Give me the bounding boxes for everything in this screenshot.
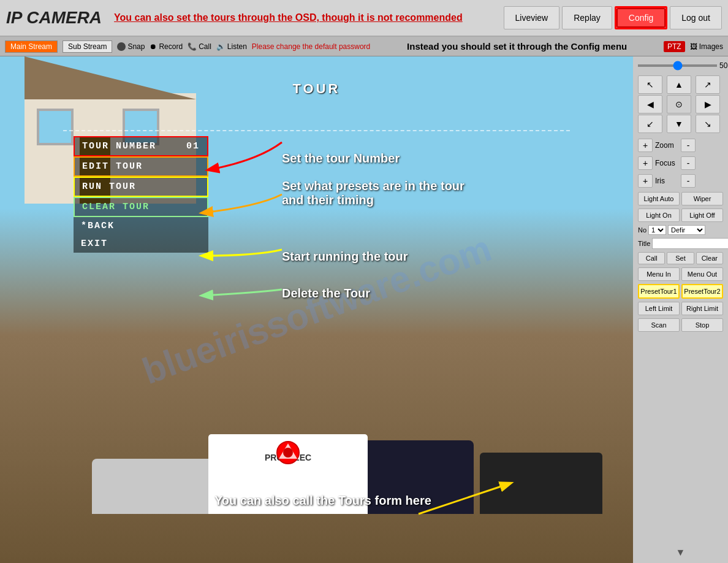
- slider-value: 50: [719, 61, 728, 70]
- snap-icon: [117, 42, 126, 51]
- ptz-right-button[interactable]: ▶: [696, 95, 720, 113]
- ptz-label[interactable]: PTZ: [664, 41, 685, 52]
- scene-window: [37, 109, 74, 145]
- light-on-button[interactable]: Light On: [638, 209, 680, 222]
- scan-stop-row: Scan Stop: [638, 318, 723, 332]
- stop-button[interactable]: Stop: [681, 318, 723, 332]
- listen-icon: 🔊: [216, 42, 226, 51]
- preset-tour1-button[interactable]: PresetTour1: [638, 284, 680, 299]
- zoom-plus-button[interactable]: +: [638, 139, 653, 152]
- config-button-wrapper: Config: [615, 6, 667, 29]
- ptz-left-button[interactable]: ◀: [638, 95, 662, 113]
- main-content: PROTELEC blueirissoftware.com TOUR: [0, 56, 728, 563]
- ptz-down-left-button[interactable]: ↙: [638, 115, 662, 133]
- menu-out-button[interactable]: Menu Out: [681, 267, 723, 281]
- ptz-down-button[interactable]: ▼: [667, 115, 691, 133]
- ptz-up-button[interactable]: ▲: [667, 75, 691, 94]
- iris-label: Iris: [655, 177, 678, 185]
- replay-button[interactable]: Replay: [562, 6, 612, 29]
- preset-no-label: No: [638, 226, 646, 234]
- title-row: Title: [638, 238, 723, 249]
- nav-buttons: Liveview Replay Config Log out: [504, 6, 722, 29]
- iris-row: + Iris -: [638, 174, 723, 188]
- record-icon: ⏺: [150, 42, 157, 51]
- left-limit-button[interactable]: Left Limit: [638, 302, 680, 315]
- alert-message: Please change the default password: [252, 42, 370, 51]
- title-input[interactable]: [652, 238, 728, 249]
- ptz-directional-pad: ↖ ▲ ↗ ◀ ⊙ ▶ ↙ ▼ ↘: [638, 75, 723, 133]
- scene-door: [80, 136, 110, 204]
- ptz-down-right-button[interactable]: ↘: [696, 115, 720, 133]
- preset-tour2-button[interactable]: PresetTour2: [681, 284, 723, 299]
- preset-select-row: No 123 DefirOption2: [638, 225, 723, 235]
- logout-button[interactable]: Log out: [670, 6, 722, 29]
- zoom-minus-button[interactable]: -: [681, 139, 696, 152]
- brightness-slider[interactable]: [638, 64, 717, 67]
- defir-select[interactable]: DefirOption2: [668, 225, 705, 235]
- zoom-label: Zoom: [655, 141, 678, 150]
- limit-row: Left Limit Right Limit: [638, 302, 723, 315]
- scene-window2: [123, 109, 159, 145]
- config-button[interactable]: Config: [616, 8, 665, 28]
- camera-background: PROTELEC: [0, 56, 633, 563]
- focus-row: + Focus -: [638, 156, 723, 170]
- header: IP CAMERA You can also set the tours thr…: [0, 0, 728, 37]
- scroll-down-arrow[interactable]: ▼: [676, 547, 686, 558]
- images-button[interactable]: 🖼 Images: [690, 42, 723, 51]
- toolbar: Main Stream Sub Stream Snap ⏺ Record 📞 C…: [0, 37, 728, 56]
- light-off-button[interactable]: Light Off: [681, 209, 723, 222]
- right-limit-button[interactable]: Right Limit: [681, 302, 723, 315]
- listen-button[interactable]: 🔊 Listen: [216, 42, 247, 51]
- focus-plus-button[interactable]: +: [638, 156, 653, 170]
- ptz-panel: 50 ↖ ▲ ↗ ◀ ⊙ ▶ ↙ ▼ ↘ + Zoom - + Focus -: [633, 56, 728, 563]
- preset-no-select[interactable]: 123: [648, 225, 666, 235]
- camera-view: PROTELEC blueirissoftware.com TOUR: [0, 56, 633, 563]
- scene-roof: [25, 56, 196, 99]
- title-label: Title: [638, 240, 650, 247]
- liveview-button[interactable]: Liveview: [504, 6, 560, 29]
- call-btn[interactable]: Call: [638, 252, 665, 264]
- main-stream-button[interactable]: Main Stream: [5, 40, 58, 53]
- wiper-button[interactable]: Wiper: [681, 192, 723, 205]
- menu-in-button[interactable]: Menu In: [638, 267, 680, 281]
- focus-minus-button[interactable]: -: [681, 156, 696, 170]
- light-auto-button[interactable]: Light Auto: [638, 192, 680, 205]
- iris-minus-button[interactable]: -: [681, 174, 696, 188]
- scene-white-van: PROTELEC: [208, 434, 368, 514]
- toolbar-message: Instead you should set it through the Co…: [375, 41, 659, 52]
- light-on-off-row: Light On Light Off: [638, 209, 723, 222]
- ptz-scroll-down[interactable]: ▼: [638, 547, 723, 558]
- call-set-clear-row: Call Set Clear: [638, 252, 723, 264]
- scene-van: [363, 440, 474, 514]
- ptz-up-right-button[interactable]: ↗: [696, 75, 720, 94]
- scene-car1: [92, 459, 227, 514]
- preset-tour-row: PresetTour1 PresetTour2: [638, 284, 723, 299]
- set-btn[interactable]: Set: [667, 252, 694, 264]
- call-button[interactable]: 📞 Call: [188, 42, 211, 51]
- snap-button[interactable]: Snap: [117, 42, 145, 51]
- ptz-center-button[interactable]: ⊙: [667, 95, 691, 113]
- light-wiper-row: Light Auto Wiper: [638, 192, 723, 205]
- focus-label: Focus: [655, 159, 678, 167]
- slider-row: 50: [638, 61, 723, 70]
- van-logo: [276, 440, 300, 465]
- menu-in-out-row: Menu In Menu Out: [638, 267, 723, 281]
- call-icon: 📞: [188, 42, 197, 51]
- svg-point-2: [283, 448, 293, 458]
- header-message: You can also set the tours through the O…: [114, 12, 503, 23]
- app-logo: IP CAMERA: [6, 8, 102, 28]
- scene-car2: [480, 453, 602, 514]
- record-button[interactable]: ⏺ Record: [150, 42, 183, 51]
- sub-stream-button[interactable]: Sub Stream: [63, 40, 112, 53]
- images-icon: 🖼: [690, 42, 697, 51]
- scan-button[interactable]: Scan: [638, 318, 680, 332]
- iris-plus-button[interactable]: +: [638, 174, 653, 188]
- ptz-up-left-button[interactable]: ↖: [638, 75, 662, 94]
- zoom-row: + Zoom -: [638, 139, 723, 152]
- clear-btn[interactable]: Clear: [696, 252, 723, 264]
